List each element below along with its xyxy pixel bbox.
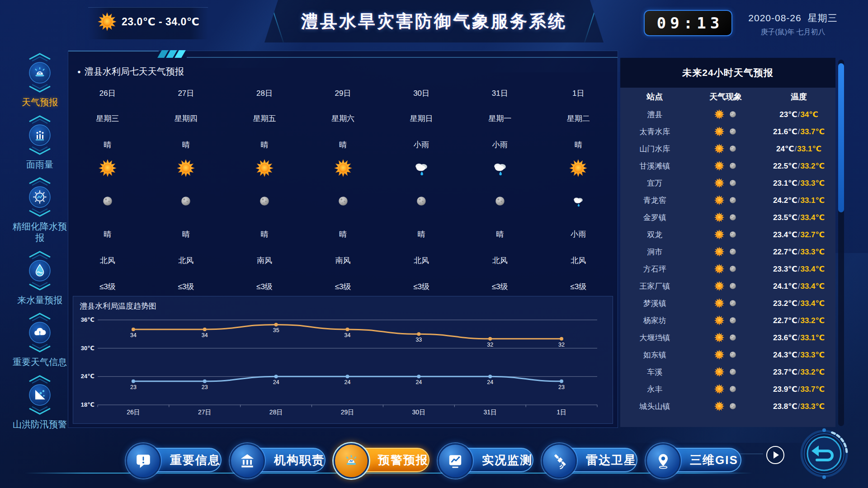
station-row[interactable]: 青龙窖 24.2℃/33.1℃ [620, 192, 835, 209]
svg-text:24℃: 24℃ [81, 373, 94, 380]
station-row[interactable]: 车溪 23.7℃/33.2℃ [620, 363, 835, 380]
svg-text:30℃: 30℃ [81, 345, 94, 352]
sidebar-item-icon [19, 114, 61, 157]
forecast-day-column[interactable]: 30日 星期日 小雨 晴 北风 ≤3级 [382, 82, 461, 294]
moon-icon [728, 384, 738, 394]
low-temp: 23.4℃ [773, 230, 797, 239]
forecast-day-column[interactable]: 28日 星期五 晴 晴 南风 ≤3级 [225, 82, 304, 294]
sidebar-item-label: 来水量预报 [17, 295, 62, 306]
station-row[interactable]: 澧县 23℃/34℃ [620, 106, 835, 123]
forecast-date: 1日 [539, 88, 618, 99]
station-name: 宜万 [620, 178, 689, 188]
station-weather-icons [689, 143, 762, 154]
back-button[interactable] [799, 428, 849, 479]
station-name: 甘溪滩镇 [620, 161, 689, 171]
station-row[interactable]: 宜万 23.1℃/33.3℃ [620, 174, 835, 192]
seven-day-forecast-grid: 26日 星期三 晴 晴 北风 ≤3级 27日 星期四 晴 晴 北风 ≤3级 [68, 82, 618, 294]
night-weather-icon [100, 194, 115, 208]
forecast-day-column[interactable]: 1日 星期二 晴 小雨 北风 ≤3级 [539, 82, 618, 294]
bottom-nav-button[interactable]: 机构职责 [232, 446, 326, 474]
sidebar-item[interactable]: 重要天气信息 [13, 311, 67, 368]
play-button[interactable] [766, 446, 784, 464]
station-weather-icons [689, 126, 762, 137]
forecast-24h-panel: 未来24小时天气预报 站点 天气现象 温度 澧县 23℃/34℃ 太 [620, 58, 835, 427]
day-weather-icon [176, 159, 195, 178]
bullet-icon: ● [77, 68, 81, 75]
station-name: 王家厂镇 [620, 281, 689, 291]
low-temp: 24℃ [776, 145, 794, 153]
station-row[interactable]: 梦溪镇 23.2℃/33.4℃ [620, 295, 835, 312]
forecast-night-weather: 晴 [304, 229, 382, 239]
station-row[interactable]: 甘溪滩镇 22.5℃/33.2℃ [620, 157, 835, 174]
day-weather-icon [98, 159, 117, 178]
station-row[interactable]: 杨家坊 22.7℃/33.2℃ [620, 312, 835, 329]
sidebar-item-icon [19, 311, 61, 355]
scrollbar-thumb[interactable] [838, 63, 844, 212]
station-temperature: 23.1℃/33.3℃ [762, 178, 835, 188]
station-weather-icons [689, 281, 762, 291]
high-temp: 32.7℃ [800, 230, 825, 239]
sidebar-item[interactable]: 山洪防汛预警 [13, 374, 67, 430]
sidebar-item[interactable]: 精细化降水预报 [9, 176, 70, 244]
sidebar-item[interactable]: 来水量预报 [17, 249, 62, 306]
bottom-nav-button[interactable]: 预警预报 [336, 446, 429, 474]
sun-icon [714, 281, 725, 291]
sidebar-item-label: 天气预报 [22, 97, 58, 108]
weekday-label: 星期三 [808, 13, 838, 23]
bottom-nav-button[interactable]: 重要信息 [128, 446, 222, 474]
svg-text:34: 34 [130, 332, 137, 338]
station-row[interactable]: 大堰垱镇 23.6℃/33.1℃ [620, 329, 835, 346]
forecast-wind-direction: 南风 [225, 255, 304, 266]
forecast-date: 29日 [304, 88, 382, 99]
station-temperature: 23.6℃/33.1℃ [762, 333, 835, 343]
station-weather-icons [689, 315, 762, 326]
station-row[interactable]: 永丰 23.9℃/33.7℃ [620, 380, 835, 398]
high-temp: 33.3℃ [800, 351, 825, 359]
low-temp: 23.5℃ [773, 213, 797, 222]
title-edge-left [269, 1, 284, 42]
svg-text:26日: 26日 [127, 408, 140, 416]
station-row[interactable]: 金罗镇 23.5℃/33.4℃ [620, 209, 835, 226]
svg-text:34: 34 [344, 332, 351, 338]
day-weather-icon [334, 159, 353, 178]
station-temperature: 22.7℃/33.2℃ [762, 316, 835, 325]
forecast-day-weather: 晴 [539, 140, 618, 150]
station-weather-icons [689, 109, 762, 120]
station-row[interactable]: 山门水库 24℃/33.1℃ [620, 140, 835, 157]
station-row[interactable]: 太青水库 21.6℃/33.7℃ [620, 123, 835, 140]
scrollbar-track[interactable] [838, 60, 844, 426]
forecast-day-weather: 小雨 [461, 140, 539, 150]
forecast-day-column[interactable]: 27日 星期四 晴 晴 北风 ≤3级 [147, 82, 226, 294]
low-temp: 23℃ [779, 110, 797, 119]
sidebar-item[interactable]: 天气预报 [19, 52, 61, 108]
station-row[interactable]: 城头山镇 23.8℃/33.3℃ [620, 398, 835, 415]
forecast-weekday: 星期六 [304, 113, 382, 124]
forecast-night-weather: 晴 [382, 229, 461, 239]
bottom-nav-button[interactable]: 三维GIS [648, 446, 741, 474]
station-temperature: 23.8℃/33.3℃ [762, 402, 835, 411]
station-row[interactable]: 方石坪 23.3℃/33.4℃ [620, 260, 835, 277]
nav-button-icon [447, 452, 464, 469]
moon-icon [728, 315, 738, 325]
forecast-day-column[interactable]: 29日 星期六 晴 晴 南风 ≤3级 [304, 82, 382, 294]
sun-icon [714, 332, 725, 343]
sidebar-item-label: 面雨量 [26, 159, 53, 170]
svg-text:24: 24 [344, 379, 351, 385]
station-row[interactable]: 如东镇 24.3℃/33.3℃ [620, 346, 835, 363]
forecast-day-column[interactable]: 31日 星期一 小雨 晴 北风 ≤3级 [461, 82, 539, 294]
station-row[interactable]: 双龙 23.4℃/32.7℃ [620, 226, 835, 243]
sidebar-item[interactable]: 面雨量 [19, 114, 61, 170]
station-name: 双龙 [620, 230, 689, 240]
station-name: 金罗镇 [620, 212, 689, 223]
moon-icon [728, 264, 738, 274]
temp-range-label: 23.0℃ - 34.0℃ [122, 16, 199, 28]
forecast-day-weather: 晴 [147, 140, 226, 150]
low-temp: 23.7℃ [773, 368, 797, 376]
sun-icon [97, 12, 117, 32]
station-row[interactable]: 王家厂镇 24.1℃/33.4℃ [620, 277, 835, 295]
station-row[interactable]: 洞市 22.7℃/33.3℃ [620, 243, 835, 260]
bottom-nav-button[interactable]: 雷达卫星 [544, 446, 637, 474]
forecast-day-column[interactable]: 26日 星期三 晴 晴 北风 ≤3级 [68, 82, 147, 294]
station-weather-icons [689, 195, 762, 206]
bottom-nav-button[interactable]: 实况监测 [440, 446, 533, 474]
